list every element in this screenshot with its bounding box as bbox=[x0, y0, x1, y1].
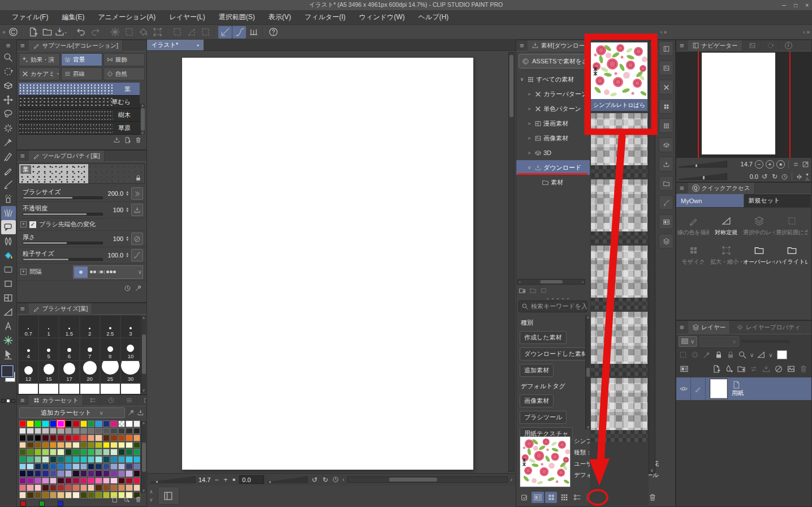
thumbnail-small-view-button[interactable] bbox=[558, 492, 570, 503]
subview-tab[interactable] bbox=[745, 40, 761, 51]
main-color-chip[interactable] bbox=[1, 399, 5, 403]
selection-border-button[interactable] bbox=[198, 26, 212, 38]
color-swatch[interactable] bbox=[34, 463, 41, 470]
spacing-selected-option[interactable] bbox=[74, 267, 88, 278]
menu-item[interactable]: 編集(E) bbox=[55, 11, 90, 24]
brush-size-cell[interactable] bbox=[59, 383, 79, 394]
pen-tool[interactable] bbox=[1, 149, 16, 164]
color-swatch[interactable] bbox=[72, 428, 79, 435]
color-swatch[interactable] bbox=[72, 470, 79, 477]
color-swatch[interactable] bbox=[88, 449, 94, 456]
color-swatch[interactable] bbox=[57, 420, 64, 427]
subtool-brush-item[interactable]: 樹木 bbox=[19, 109, 140, 122]
color-swatch[interactable] bbox=[34, 420, 41, 427]
property-value[interactable]: 100.0 bbox=[105, 252, 123, 259]
color-swatch[interactable] bbox=[110, 484, 117, 491]
color-swatch[interactable] bbox=[95, 492, 102, 499]
property-option-button[interactable] bbox=[131, 249, 143, 261]
rename-folder-icon[interactable] bbox=[540, 287, 547, 294]
color-swatch[interactable] bbox=[19, 478, 26, 484]
property-slider[interactable] bbox=[23, 196, 103, 199]
color-swatch[interactable] bbox=[19, 442, 26, 449]
sub-color-chip[interactable] bbox=[6, 399, 10, 403]
expand-icon[interactable]: + bbox=[20, 221, 27, 227]
color-swatch[interactable] bbox=[65, 449, 72, 456]
add-color-icon[interactable] bbox=[123, 496, 130, 503]
color-swatch[interactable] bbox=[110, 420, 117, 427]
transfer-layer-icon[interactable] bbox=[749, 364, 758, 373]
lock-transparent-pixels-icon[interactable] bbox=[726, 350, 735, 359]
new-raster-layer-icon[interactable] bbox=[712, 364, 721, 373]
rotate-left-button[interactable]: ↺ bbox=[310, 476, 318, 484]
flip-horizontal-icon[interactable] bbox=[796, 173, 803, 181]
color-swatch[interactable] bbox=[110, 428, 117, 435]
color-swatch[interactable] bbox=[27, 463, 33, 470]
docked-material-palette-icon[interactable] bbox=[659, 214, 673, 229]
color-swatch[interactable] bbox=[19, 428, 26, 435]
reset-settings-icon[interactable] bbox=[124, 285, 131, 292]
color-swatch[interactable] bbox=[133, 428, 140, 435]
panel-menu-icon[interactable]: ≡ bbox=[678, 184, 686, 192]
subtool-category-tab[interactable]: 効果・演 bbox=[19, 53, 60, 66]
dock-chevrons-right-icon[interactable]: ‹ » bbox=[803, 29, 810, 35]
brush-size-cell[interactable] bbox=[100, 383, 120, 394]
subtool-category-tab[interactable]: カケアミ・ bbox=[19, 67, 60, 80]
color-swatch[interactable] bbox=[126, 449, 132, 456]
invert-selection-button[interactable] bbox=[122, 26, 136, 38]
color-swatch[interactable] bbox=[72, 442, 79, 449]
main-color-swatch[interactable] bbox=[1, 365, 14, 377]
layer-name[interactable]: 用紙 bbox=[732, 389, 744, 397]
tool-property-tab[interactable]: ツールプロパティ[葉] bbox=[29, 151, 105, 162]
color-swatch[interactable] bbox=[27, 442, 33, 449]
canvas-rotation-value[interactable]: 0.0 bbox=[239, 475, 264, 484]
clip-studio-open-button[interactable] bbox=[6, 26, 20, 38]
color-swatch[interactable] bbox=[72, 478, 79, 484]
color-swatch[interactable] bbox=[88, 470, 94, 477]
color-swatch[interactable] bbox=[133, 463, 140, 470]
color-swatch[interactable] bbox=[27, 449, 33, 456]
open-file-button[interactable] bbox=[40, 26, 54, 38]
brush-size-cell[interactable]: 30 bbox=[120, 360, 141, 383]
menu-item[interactable]: レイヤー(L) bbox=[163, 11, 211, 24]
brush-size-cell[interactable]: 1.5 bbox=[59, 315, 79, 338]
snap-to-special-ruler-button[interactable] bbox=[232, 26, 246, 38]
color-swatch[interactable] bbox=[65, 435, 72, 441]
color-swatch[interactable] bbox=[72, 456, 79, 463]
material-thumbnail[interactable] bbox=[591, 378, 647, 442]
merge-layer-icon[interactable] bbox=[762, 364, 771, 373]
color-swatch[interactable] bbox=[110, 442, 117, 449]
menu-item[interactable]: ヘルプ(H) bbox=[412, 11, 455, 24]
color-swatch[interactable] bbox=[50, 492, 57, 499]
register-color-icon[interactable] bbox=[111, 496, 118, 503]
color-swatch[interactable] bbox=[72, 449, 79, 456]
brush-size-cell[interactable] bbox=[120, 383, 141, 394]
color-swatch[interactable] bbox=[133, 442, 140, 449]
subtool-detail-icon[interactable] bbox=[135, 285, 142, 292]
navigator-zoom-slider[interactable] bbox=[679, 161, 727, 167]
zoom-tool[interactable] bbox=[1, 50, 16, 65]
color-swatch[interactable] bbox=[34, 478, 41, 484]
color-swatch[interactable] bbox=[27, 420, 33, 427]
color-swatch[interactable] bbox=[126, 428, 132, 435]
quick-access-set-tab[interactable]: 新規セット bbox=[744, 194, 812, 207]
color-swatch[interactable] bbox=[19, 463, 26, 470]
deselect-button[interactable] bbox=[108, 26, 122, 38]
color-swatch[interactable] bbox=[72, 435, 79, 441]
subtool-category-tab[interactable]: 背景 bbox=[61, 53, 102, 66]
pattern-brush-tool[interactable] bbox=[1, 333, 16, 347]
menu-item[interactable]: ウィンドウ(W) bbox=[353, 11, 411, 24]
tree-expander-icon[interactable]: ∨ bbox=[526, 165, 533, 170]
fit-to-screen-button[interactable]: ■ bbox=[231, 477, 236, 482]
color-swatch[interactable] bbox=[19, 449, 26, 456]
property-option-button[interactable] bbox=[131, 233, 143, 245]
move-tool[interactable] bbox=[1, 93, 16, 107]
thumbnail-detail-view-button[interactable] bbox=[532, 492, 543, 503]
brush-size-cell[interactable]: 7 bbox=[80, 338, 100, 360]
color-swatch[interactable] bbox=[110, 449, 117, 456]
layer-mask-icon[interactable] bbox=[774, 364, 783, 373]
blend-tool[interactable] bbox=[1, 234, 16, 248]
color-swatch[interactable] bbox=[27, 492, 33, 499]
color-swatch[interactable] bbox=[65, 420, 72, 427]
recent-color-swatch[interactable] bbox=[20, 501, 26, 506]
color-swatch[interactable] bbox=[88, 492, 94, 499]
